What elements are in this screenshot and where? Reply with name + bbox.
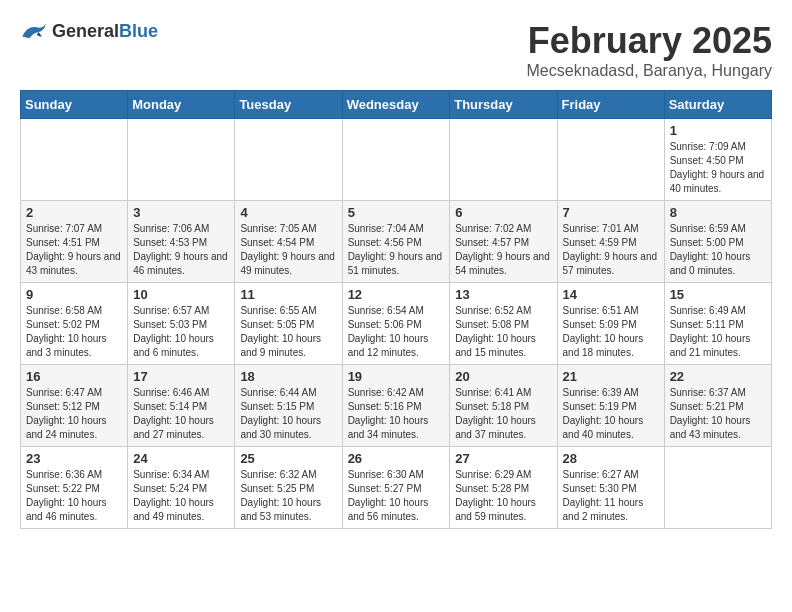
calendar-cell: 5Sunrise: 7:04 AMSunset: 4:56 PMDaylight… xyxy=(342,201,450,283)
day-info: Sunrise: 6:30 AMSunset: 5:27 PMDaylight:… xyxy=(348,468,445,524)
day-number: 4 xyxy=(240,205,336,220)
calendar-cell: 6Sunrise: 7:02 AMSunset: 4:57 PMDaylight… xyxy=(450,201,557,283)
weekday-header: Tuesday xyxy=(235,91,342,119)
day-number: 23 xyxy=(26,451,122,466)
day-info: Sunrise: 7:06 AMSunset: 4:53 PMDaylight:… xyxy=(133,222,229,278)
calendar-cell: 17Sunrise: 6:46 AMSunset: 5:14 PMDayligh… xyxy=(128,365,235,447)
logo: GeneralBlue xyxy=(20,20,158,42)
day-info: Sunrise: 6:39 AMSunset: 5:19 PMDaylight:… xyxy=(563,386,659,442)
calendar-cell: 27Sunrise: 6:29 AMSunset: 5:28 PMDayligh… xyxy=(450,447,557,529)
calendar-week-row: 2Sunrise: 7:07 AMSunset: 4:51 PMDaylight… xyxy=(21,201,772,283)
month-title: February 2025 xyxy=(527,20,772,62)
calendar-cell: 13Sunrise: 6:52 AMSunset: 5:08 PMDayligh… xyxy=(450,283,557,365)
day-number: 11 xyxy=(240,287,336,302)
calendar-cell: 25Sunrise: 6:32 AMSunset: 5:25 PMDayligh… xyxy=(235,447,342,529)
day-info: Sunrise: 7:04 AMSunset: 4:56 PMDaylight:… xyxy=(348,222,445,278)
day-info: Sunrise: 6:44 AMSunset: 5:15 PMDaylight:… xyxy=(240,386,336,442)
day-number: 1 xyxy=(670,123,766,138)
day-info: Sunrise: 6:54 AMSunset: 5:06 PMDaylight:… xyxy=(348,304,445,360)
calendar-cell: 23Sunrise: 6:36 AMSunset: 5:22 PMDayligh… xyxy=(21,447,128,529)
day-number: 17 xyxy=(133,369,229,384)
day-number: 14 xyxy=(563,287,659,302)
weekday-header: Sunday xyxy=(21,91,128,119)
calendar-cell: 8Sunrise: 6:59 AMSunset: 5:00 PMDaylight… xyxy=(664,201,771,283)
day-info: Sunrise: 6:37 AMSunset: 5:21 PMDaylight:… xyxy=(670,386,766,442)
day-number: 3 xyxy=(133,205,229,220)
weekday-header: Thursday xyxy=(450,91,557,119)
day-number: 10 xyxy=(133,287,229,302)
day-number: 7 xyxy=(563,205,659,220)
calendar-cell: 11Sunrise: 6:55 AMSunset: 5:05 PMDayligh… xyxy=(235,283,342,365)
day-info: Sunrise: 7:01 AMSunset: 4:59 PMDaylight:… xyxy=(563,222,659,278)
logo-blue: Blue xyxy=(119,21,158,41)
day-info: Sunrise: 6:27 AMSunset: 5:30 PMDaylight:… xyxy=(563,468,659,524)
day-info: Sunrise: 7:02 AMSunset: 4:57 PMDaylight:… xyxy=(455,222,551,278)
title-section: February 2025 Mecseknadasd, Baranya, Hun… xyxy=(527,20,772,80)
weekday-header: Saturday xyxy=(664,91,771,119)
calendar-cell: 15Sunrise: 6:49 AMSunset: 5:11 PMDayligh… xyxy=(664,283,771,365)
day-info: Sunrise: 7:05 AMSunset: 4:54 PMDaylight:… xyxy=(240,222,336,278)
day-number: 8 xyxy=(670,205,766,220)
calendar-cell: 22Sunrise: 6:37 AMSunset: 5:21 PMDayligh… xyxy=(664,365,771,447)
day-number: 22 xyxy=(670,369,766,384)
calendar-cell: 10Sunrise: 6:57 AMSunset: 5:03 PMDayligh… xyxy=(128,283,235,365)
day-info: Sunrise: 7:07 AMSunset: 4:51 PMDaylight:… xyxy=(26,222,122,278)
calendar-cell: 18Sunrise: 6:44 AMSunset: 5:15 PMDayligh… xyxy=(235,365,342,447)
day-number: 15 xyxy=(670,287,766,302)
day-info: Sunrise: 6:51 AMSunset: 5:09 PMDaylight:… xyxy=(563,304,659,360)
calendar-week-row: 16Sunrise: 6:47 AMSunset: 5:12 PMDayligh… xyxy=(21,365,772,447)
calendar-cell: 28Sunrise: 6:27 AMSunset: 5:30 PMDayligh… xyxy=(557,447,664,529)
day-info: Sunrise: 6:55 AMSunset: 5:05 PMDaylight:… xyxy=(240,304,336,360)
day-info: Sunrise: 6:57 AMSunset: 5:03 PMDaylight:… xyxy=(133,304,229,360)
calendar-cell xyxy=(235,119,342,201)
calendar-cell xyxy=(342,119,450,201)
calendar-cell: 26Sunrise: 6:30 AMSunset: 5:27 PMDayligh… xyxy=(342,447,450,529)
calendar-week-row: 9Sunrise: 6:58 AMSunset: 5:02 PMDaylight… xyxy=(21,283,772,365)
calendar-cell: 4Sunrise: 7:05 AMSunset: 4:54 PMDaylight… xyxy=(235,201,342,283)
day-info: Sunrise: 6:36 AMSunset: 5:22 PMDaylight:… xyxy=(26,468,122,524)
day-number: 27 xyxy=(455,451,551,466)
weekday-header: Monday xyxy=(128,91,235,119)
day-number: 9 xyxy=(26,287,122,302)
calendar-cell: 21Sunrise: 6:39 AMSunset: 5:19 PMDayligh… xyxy=(557,365,664,447)
calendar-cell: 3Sunrise: 7:06 AMSunset: 4:53 PMDaylight… xyxy=(128,201,235,283)
day-number: 21 xyxy=(563,369,659,384)
day-info: Sunrise: 6:46 AMSunset: 5:14 PMDaylight:… xyxy=(133,386,229,442)
day-number: 5 xyxy=(348,205,445,220)
logo-bird-icon xyxy=(20,20,48,42)
day-info: Sunrise: 6:58 AMSunset: 5:02 PMDaylight:… xyxy=(26,304,122,360)
calendar-cell xyxy=(128,119,235,201)
calendar-cell: 7Sunrise: 7:01 AMSunset: 4:59 PMDaylight… xyxy=(557,201,664,283)
page-header: GeneralBlue February 2025 Mecseknadasd, … xyxy=(20,20,772,80)
calendar-cell: 9Sunrise: 6:58 AMSunset: 5:02 PMDaylight… xyxy=(21,283,128,365)
subtitle: Mecseknadasd, Baranya, Hungary xyxy=(527,62,772,80)
calendar-cell xyxy=(21,119,128,201)
calendar-cell: 20Sunrise: 6:41 AMSunset: 5:18 PMDayligh… xyxy=(450,365,557,447)
calendar-cell: 1Sunrise: 7:09 AMSunset: 4:50 PMDaylight… xyxy=(664,119,771,201)
day-info: Sunrise: 6:47 AMSunset: 5:12 PMDaylight:… xyxy=(26,386,122,442)
day-number: 24 xyxy=(133,451,229,466)
calendar-cell: 24Sunrise: 6:34 AMSunset: 5:24 PMDayligh… xyxy=(128,447,235,529)
calendar-week-row: 1Sunrise: 7:09 AMSunset: 4:50 PMDaylight… xyxy=(21,119,772,201)
calendar-table: SundayMondayTuesdayWednesdayThursdayFrid… xyxy=(20,90,772,529)
day-info: Sunrise: 6:49 AMSunset: 5:11 PMDaylight:… xyxy=(670,304,766,360)
calendar-cell xyxy=(557,119,664,201)
day-number: 13 xyxy=(455,287,551,302)
day-number: 18 xyxy=(240,369,336,384)
day-info: Sunrise: 6:34 AMSunset: 5:24 PMDaylight:… xyxy=(133,468,229,524)
day-number: 16 xyxy=(26,369,122,384)
calendar-cell: 16Sunrise: 6:47 AMSunset: 5:12 PMDayligh… xyxy=(21,365,128,447)
calendar-cell: 2Sunrise: 7:07 AMSunset: 4:51 PMDaylight… xyxy=(21,201,128,283)
calendar-cell: 19Sunrise: 6:42 AMSunset: 5:16 PMDayligh… xyxy=(342,365,450,447)
day-number: 12 xyxy=(348,287,445,302)
day-number: 28 xyxy=(563,451,659,466)
calendar-cell xyxy=(664,447,771,529)
day-number: 20 xyxy=(455,369,551,384)
calendar-cell: 14Sunrise: 6:51 AMSunset: 5:09 PMDayligh… xyxy=(557,283,664,365)
day-info: Sunrise: 6:52 AMSunset: 5:08 PMDaylight:… xyxy=(455,304,551,360)
calendar-week-row: 23Sunrise: 6:36 AMSunset: 5:22 PMDayligh… xyxy=(21,447,772,529)
calendar-cell xyxy=(450,119,557,201)
day-info: Sunrise: 6:29 AMSunset: 5:28 PMDaylight:… xyxy=(455,468,551,524)
day-number: 2 xyxy=(26,205,122,220)
calendar-cell: 12Sunrise: 6:54 AMSunset: 5:06 PMDayligh… xyxy=(342,283,450,365)
